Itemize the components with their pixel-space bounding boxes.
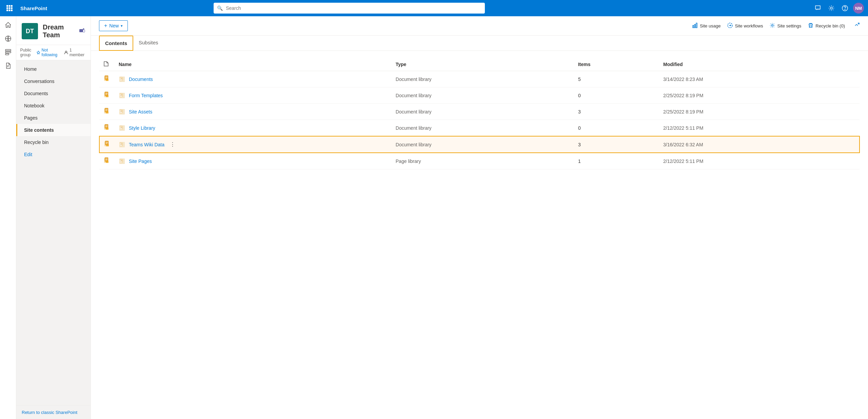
row-type: Document library — [392, 136, 574, 153]
site-usage-icon — [692, 23, 698, 29]
icon-rail — [0, 16, 16, 419]
table-row[interactable]: Site PagesPage library12/12/2022 5:11 PM — [99, 153, 860, 169]
app-name: SharePoint — [20, 5, 47, 11]
row-items: 3 — [574, 104, 659, 120]
content-toolbar: + New ▾ Site usage — [91, 16, 868, 36]
sidebar-item-home[interactable]: Home — [16, 63, 91, 75]
svg-rect-2 — [11, 5, 13, 7]
svg-point-17 — [83, 28, 84, 30]
row-modified: 2/12/2022 5:11 PM — [659, 120, 860, 137]
search-icon: 🔍 — [217, 5, 223, 11]
table-row[interactable]: Form TemplatesDocument library02/25/2022… — [99, 87, 860, 104]
waffle-icon[interactable] — [4, 3, 15, 14]
members-label: 1 member — [64, 48, 85, 57]
svg-rect-39 — [106, 111, 108, 113]
sidebar: DT Dream Team Public group — [16, 16, 91, 419]
tabs: Contents Subsites — [91, 36, 868, 51]
svg-rect-60 — [120, 160, 122, 163]
row-icon-cell — [99, 136, 115, 153]
table-row[interactable]: Style LibraryDocument library02/12/2022 … — [99, 120, 860, 137]
doc-rail-icon[interactable] — [2, 60, 14, 72]
row-modified: 3/14/2022 8:23 AM — [659, 71, 860, 87]
row-type: Page library — [392, 153, 574, 169]
col-items: Items — [574, 58, 659, 71]
recycle-bin-btn[interactable]: Recycle bin (0) — [808, 23, 845, 29]
svg-rect-30 — [120, 78, 122, 81]
settings-icon[interactable] — [826, 3, 837, 14]
table-row[interactable]: Site AssetsDocument library32/25/2022 8:… — [99, 104, 860, 120]
sidebar-item-notebook[interactable]: Notebook — [16, 100, 91, 112]
content-area: + New ▾ Site usage — [91, 16, 868, 419]
svg-marker-18 — [37, 51, 40, 54]
tab-contents[interactable]: Contents — [99, 36, 133, 51]
svg-point-11 — [845, 9, 845, 10]
svg-rect-21 — [694, 24, 695, 28]
svg-rect-54 — [120, 143, 122, 146]
site-usage-btn[interactable]: Site usage — [692, 23, 721, 29]
site-meta: Public group Not following 1 member — [16, 45, 91, 60]
feed-rail-icon[interactable] — [2, 46, 14, 58]
public-group-label: Public group — [20, 48, 32, 57]
sidebar-item-conversations[interactable]: Conversations — [16, 75, 91, 87]
classic-link[interactable]: Return to classic SharePoint — [22, 410, 77, 415]
row-icon-cell — [99, 71, 115, 87]
search-input[interactable] — [214, 3, 485, 14]
svg-rect-4 — [9, 7, 11, 9]
contents-table: Name Type Items Modified DocumentsDocume… — [99, 58, 860, 169]
row-items: 5 — [574, 71, 659, 87]
site-settings-btn[interactable]: Site settings — [770, 23, 801, 29]
svg-rect-22 — [696, 23, 697, 28]
avatar[interactable]: NM — [853, 3, 864, 14]
sites-rail-icon[interactable] — [2, 33, 14, 45]
svg-rect-36 — [120, 94, 122, 97]
help-icon[interactable] — [840, 3, 850, 14]
svg-rect-6 — [6, 9, 8, 11]
feedback-icon[interactable] — [812, 3, 823, 14]
row-items: 3 — [574, 136, 659, 153]
row-modified: 2/12/2022 5:11 PM — [659, 153, 860, 169]
row-icon-cell — [99, 104, 115, 120]
row-name: Site Pages — [115, 153, 392, 169]
plus-icon: + — [104, 23, 107, 29]
svg-rect-20 — [693, 25, 694, 28]
topbar: SharePoint 🔍 NM — [0, 0, 868, 16]
row-modified: 3/16/2022 6:32 AM — [659, 136, 860, 153]
row-name: Style Library — [115, 120, 392, 137]
col-icon — [99, 58, 115, 71]
row-name: Documents — [115, 71, 392, 87]
row-modified: 2/25/2022 8:19 PM — [659, 104, 860, 120]
site-settings-icon — [770, 23, 775, 29]
col-modified: Modified — [659, 58, 860, 71]
svg-rect-27 — [106, 79, 108, 81]
svg-point-9 — [830, 7, 832, 9]
row-items: 0 — [574, 120, 659, 137]
sidebar-item-edit[interactable]: Edit — [16, 148, 91, 161]
table-row[interactable]: DocumentsDocument library53/14/2022 8:23… — [99, 71, 860, 87]
expand-icon[interactable] — [854, 22, 860, 29]
row-icon-cell — [99, 87, 115, 104]
more-icon[interactable]: ⋮ — [168, 141, 177, 148]
sidebar-item-pages[interactable]: Pages — [16, 112, 91, 124]
site-workflows-btn[interactable]: Site workflows — [727, 23, 763, 29]
svg-rect-45 — [106, 128, 108, 130]
row-name: Form Templates — [115, 87, 392, 104]
home-rail-icon[interactable] — [2, 19, 14, 31]
sidebar-item-site-contents[interactable]: Site contents — [16, 124, 91, 136]
new-button[interactable]: + New ▾ — [99, 20, 128, 31]
svg-rect-57 — [106, 161, 108, 163]
row-items: 1 — [574, 153, 659, 169]
svg-rect-14 — [5, 51, 11, 53]
col-name[interactable]: Name — [115, 58, 392, 71]
svg-rect-13 — [5, 49, 11, 51]
svg-rect-7 — [9, 9, 11, 11]
tab-subsites[interactable]: Subsites — [133, 36, 164, 51]
site-workflows-icon — [727, 23, 733, 29]
sidebar-item-recycle-bin[interactable]: Recycle bin — [16, 136, 91, 148]
nav-footer: Return to classic SharePoint — [16, 405, 91, 419]
sidebar-item-documents[interactable]: Documents — [16, 87, 91, 100]
svg-rect-5 — [11, 7, 13, 9]
following-btn[interactable]: Not following — [37, 48, 59, 57]
table-row[interactable]: Teams Wiki Data⋮Document library33/16/20… — [99, 136, 860, 153]
teams-icon — [79, 27, 85, 35]
main-layout: DT Dream Team Public group — [0, 16, 868, 419]
